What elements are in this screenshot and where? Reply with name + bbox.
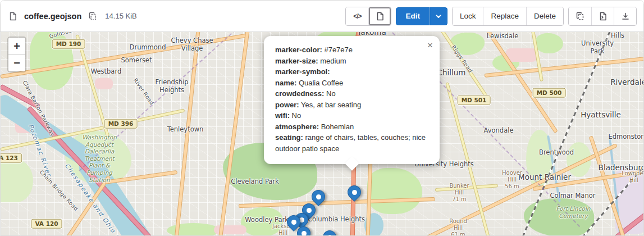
map-label: Woodley Park: [245, 216, 289, 224]
map-label: Cleveland Park: [231, 178, 279, 186]
copy-contents-icon: [576, 12, 584, 21]
lock-button[interactable]: Lock: [453, 7, 483, 25]
display-source-button[interactable]: </>: [346, 7, 368, 25]
edit-dropdown-button[interactable]: [430, 7, 447, 25]
delete-button[interactable]: Delete: [526, 7, 563, 25]
park-area: [1, 160, 33, 202]
map-label: Lewisdale: [487, 33, 519, 40]
file-size: 14.15 KiB: [105, 12, 136, 20]
road-shield: A 123: [1, 153, 22, 163]
marker-dot: [291, 220, 296, 225]
map-label: Brentwood: [539, 149, 574, 157]
raw-file-icon: [599, 12, 608, 21]
map-marker[interactable]: [322, 230, 337, 236]
map-label: Tenleytown: [167, 126, 204, 134]
code-icon: </>: [353, 12, 361, 20]
popup-property: marker-color: #7e7e7e: [275, 44, 428, 56]
map-label: Riverdale: [610, 78, 644, 87]
map-label: Avondale: [484, 127, 514, 135]
edit-split-button: Edit: [396, 7, 447, 25]
retail-area: [506, 48, 537, 62]
utility-group: [568, 7, 637, 26]
map-label: Washington Aqueduct Dalecarlia Treatment…: [82, 134, 117, 183]
replace-button[interactable]: Replace: [483, 7, 526, 25]
marker-dot: [302, 231, 307, 236]
popup-property: seating: range of chairs, tables, couche…: [275, 132, 428, 154]
road-secondary: [445, 82, 491, 236]
zoom-out-button[interactable]: −: [8, 55, 25, 71]
file-header: coffee.geojson 14.15 KiB </> Edit Lock R…: [1, 1, 643, 32]
road-shield: VA 120: [31, 219, 62, 229]
map-label: Westbard: [91, 68, 121, 76]
map-label: Lowndes Hill: [622, 170, 644, 184]
map-label: Somerset: [121, 57, 152, 65]
map-label: Hyattsville: [581, 110, 621, 119]
popup-property: crowdedness: No: [275, 88, 428, 99]
map-label: Colmar Manor: [550, 192, 596, 200]
road-shield: MD 396: [104, 119, 138, 129]
copy-path-button[interactable]: [87, 11, 98, 22]
popup-property: power: Yes, at bar seating: [275, 99, 428, 111]
map-label: Fort Lincoln Cemetery: [556, 205, 590, 219]
marker-dot: [352, 190, 357, 195]
map-label: Columbia Heights: [308, 216, 365, 224]
map-label: Drummond: [130, 44, 166, 52]
display-rendered-button[interactable]: [368, 7, 391, 25]
header-actions: </> Edit Lock Replace Delete: [345, 7, 637, 26]
popup-property: marker-symbol:: [275, 66, 428, 78]
park-area: [535, 33, 563, 53]
map-label: Chillum: [437, 68, 466, 77]
file-name: coffee.geojson: [24, 12, 81, 21]
map-label: University Park: [574, 40, 621, 56]
popup-property: marker-size: medium: [275, 56, 428, 67]
map-label: River Road: [132, 77, 155, 106]
download-icon: [621, 12, 630, 21]
map-label: Calvert Hills: [604, 32, 631, 40]
park-area: [367, 168, 422, 214]
map-label: Chevy Chase Village: [171, 37, 213, 53]
popup-properties: marker-color: #7e7e7emarker-size: medium…: [275, 44, 428, 154]
map-marker[interactable]: [347, 185, 362, 203]
map-label: Edmonston: [609, 133, 644, 141]
file-icon: [7, 11, 19, 22]
download-button[interactable]: [614, 7, 636, 25]
chevron-down-icon: [435, 13, 442, 20]
road-shield: MD 501: [458, 96, 491, 105]
map-label: Bunker Hill 71 m: [449, 183, 469, 203]
geojson-map[interactable]: TakomaLewisdaleCalvert HillsUniversity P…: [1, 32, 644, 236]
map-marker[interactable]: [296, 226, 311, 236]
popup-property: wifi: No: [275, 110, 428, 121]
retail-area: [95, 78, 113, 89]
popup-property: name: Qualia Coffee: [275, 78, 428, 89]
map-label: Hoover Hill 56 m: [502, 170, 522, 190]
marker-popup: × marker-color: #7e7e7emarker-size: medi…: [264, 36, 440, 164]
road-shield: MD 190: [52, 39, 85, 49]
road-primary: [174, 32, 200, 236]
map-label: Friendship Heights: [155, 79, 188, 94]
road-shield: MD 500: [533, 88, 566, 98]
map-label: Mount Rainier: [518, 173, 571, 181]
open-raw-button[interactable]: [591, 7, 614, 25]
map-zoom-control: + −: [7, 37, 26, 72]
zoom-in-button[interactable]: +: [8, 38, 25, 55]
file-viewer: coffee.geojson 14.15 KiB </> Edit Lock R…: [0, 0, 644, 236]
file-actions-group: Lock Replace Delete: [452, 7, 564, 26]
popup-property: atmosphere: Bohemian: [275, 121, 428, 133]
document-icon: [376, 12, 385, 21]
popup-close-button[interactable]: ×: [426, 39, 434, 51]
popup-tail: [345, 156, 359, 170]
copy-contents-button[interactable]: [569, 7, 591, 25]
marker-dot: [316, 194, 321, 199]
edit-button[interactable]: Edit: [396, 7, 430, 25]
map-label: Round Hill 61 m: [449, 218, 467, 236]
view-toggle-group: </>: [345, 7, 391, 26]
